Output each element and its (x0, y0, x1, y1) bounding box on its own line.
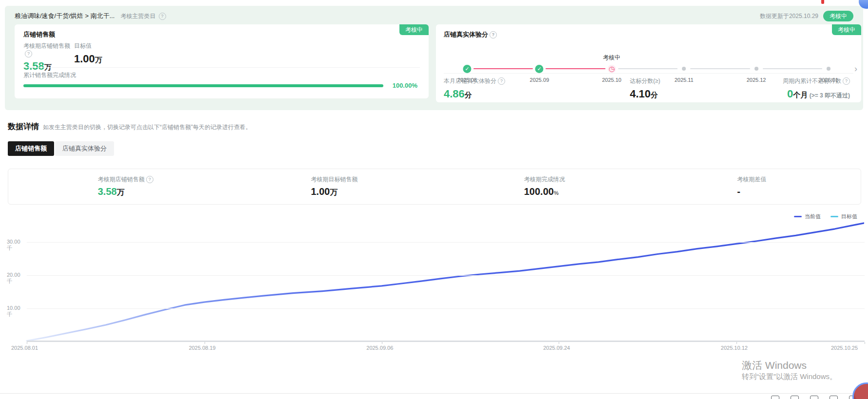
status-badge: 考核中 (823, 11, 853, 21)
info-icon[interactable]: ? (490, 31, 497, 38)
windows-watermark-title: 激活 Windows (742, 359, 807, 372)
experience-stat-2: 周期内累计不达标月数?0个月 (>= 3 即不通过) (783, 77, 850, 100)
header-row: 粮油调味/速食/干货/烘焙 > 南北干... 考核主营类目? 数据更新于2025… (15, 11, 853, 21)
y-axis-tick-label: 30.00千 (7, 239, 24, 252)
stat-number: 4.10 (630, 88, 651, 100)
screen-icon[interactable] (810, 396, 818, 399)
y-axis-tick-label: 10.00千 (7, 305, 24, 318)
stats-icon[interactable] (830, 396, 838, 399)
stat-unit: 分 (651, 91, 658, 99)
stat-unit: 分 (465, 91, 472, 99)
info-icon[interactable]: ? (843, 77, 850, 85)
recording-indicator-icon (821, 0, 824, 4)
summary-label: 考核期差值 (737, 175, 861, 184)
category-tag: 考核主营类目? (121, 12, 166, 20)
windows-watermark-subtitle: 转到“设置”以激活 Windows。 (742, 372, 837, 381)
timeline-node-2025.12 (755, 67, 758, 71)
data-updated-text: 数据更新于2025.10.29 (760, 12, 818, 20)
timeline-node-2025.09: ✓ (535, 65, 544, 73)
x-axis-tick-label: 2025.10.12 (721, 345, 748, 351)
timeline-connector (690, 68, 750, 69)
info-icon[interactable]: ? (159, 13, 166, 20)
x-axis-tick (736, 342, 737, 344)
sales-card-title: 店铺销售额 (23, 30, 55, 39)
stat-number: 4.86 (444, 88, 465, 100)
experience-card-status-badge: 考核中 (832, 24, 861, 35)
x-axis-tick-label: 2025.08.19 (189, 345, 216, 351)
timeline-connector (473, 68, 533, 69)
section-title: 数据详情 (8, 122, 39, 132)
summary-unit: 万 (330, 188, 338, 196)
timeline-node-2026.01 (827, 67, 830, 71)
summary-label: 考核期目标销售额 (311, 175, 434, 184)
gridline (27, 308, 865, 309)
stat-number: 0 (787, 88, 793, 100)
target-metric-label: 目标值 (74, 42, 102, 50)
x-axis-tick (27, 342, 27, 344)
chevron-right-icon[interactable]: › (854, 64, 857, 74)
stat-unit: 个月 (793, 91, 808, 99)
current-value-line (27, 223, 864, 341)
experience-card: 考核中 店铺真实体验分? ✓2025.08✓2025.09◷2025.10考核中… (436, 24, 861, 102)
sales-trend-chart: 当前值目标值 10.00千20.00千30.00千2025.08.012025.… (7, 207, 864, 353)
stat-value: 4.10分 (630, 88, 660, 100)
info-icon[interactable]: ? (25, 50, 32, 57)
progress-label: 累计销售额完成情况 (23, 71, 76, 79)
summary-number: 1.00 (311, 186, 330, 197)
x-axis-tick (382, 342, 382, 344)
summary-value: - (737, 186, 861, 197)
summary-col-3: 考核期差值- (648, 169, 861, 204)
tab-bar: 店铺销售额店铺真实体验分 (8, 141, 114, 156)
summary-label: 考核期完成情况 (524, 175, 648, 184)
timeline-connector (763, 68, 822, 69)
info-icon[interactable]: ? (498, 77, 505, 85)
tab-店铺销售额[interactable]: 店铺销售额 (8, 141, 54, 156)
divider (23, 67, 420, 68)
summary-col-1: 考核期目标销售额1.00万 (222, 169, 435, 204)
info-icon[interactable]: ? (146, 176, 153, 183)
share-icon[interactable] (771, 396, 779, 399)
reaction-icon[interactable] (791, 396, 799, 399)
summary-number: 3.58 (98, 186, 117, 197)
summary-col-2: 考核期完成情况100.00% (434, 169, 648, 204)
summary-number: - (737, 186, 740, 197)
avatar[interactable] (852, 382, 868, 399)
tab-店铺真实体验分[interactable]: 店铺真实体验分 (55, 141, 114, 156)
x-axis-tick-label: 2025.08.01 (11, 345, 38, 351)
timeline-connector (546, 68, 605, 69)
summary-col-0: 考核期店铺销售额?3.58万 (8, 169, 222, 204)
divider (444, 73, 853, 74)
timeline-connector (618, 68, 678, 69)
sales-metric-label: 考核期店铺销售额? (23, 42, 74, 57)
divider (0, 393, 868, 394)
gridline (27, 242, 865, 243)
summary-value: 100.00% (524, 186, 648, 197)
x-axis-tick-label: 2025.09.24 (543, 345, 570, 351)
stat-label: 达标分数(≥) (630, 77, 660, 85)
gridline (27, 275, 865, 276)
timeline-current-stage-label: 考核中 (603, 54, 621, 62)
x-axis-tick (865, 342, 865, 344)
stat-label: 本月店铺真实体验分? (444, 77, 505, 85)
bottom-toolbar (771, 396, 857, 399)
stat-label: 周期内累计不达标月数? (783, 77, 850, 85)
x-axis-tick-label: 2025.10.25 (831, 345, 858, 351)
summary-label: 考核期店铺销售额? (98, 175, 222, 184)
x-axis-tick (559, 342, 559, 344)
x-axis-tick-label: 2025.09.06 (366, 345, 393, 351)
y-axis-tick-label: 20.00千 (7, 272, 24, 285)
experience-stats: 本月店铺真实体验分?4.86分达标分数(≥)4.10分周期内累计不达标月数?0个… (444, 77, 850, 100)
summary-value: 1.00万 (311, 186, 434, 198)
timeline-node-2025.08: ✓ (463, 65, 472, 73)
summary-value: 3.58万 (98, 186, 222, 198)
section-subtitle: 如发生主营类目的切换，切换记录可点击以下“店铺销售额”每天的记录进行查看。 (43, 123, 251, 132)
experience-card-title: 店铺真实体验分? (444, 30, 497, 39)
summary-number: 100.00 (524, 186, 554, 197)
chart-canvas (7, 207, 864, 353)
stat-note: (>= 3 即不通过) (808, 92, 850, 99)
timeline-node-2025.11 (682, 67, 686, 71)
target-metric-value: 1.00万 (74, 53, 102, 65)
stat-value: 0个月 (>= 3 即不通过) (783, 88, 850, 100)
sales-card-status-badge: 考核中 (399, 24, 429, 35)
breadcrumb: 粮油调味/速食/干货/烘焙 > 南北干... (15, 12, 115, 20)
